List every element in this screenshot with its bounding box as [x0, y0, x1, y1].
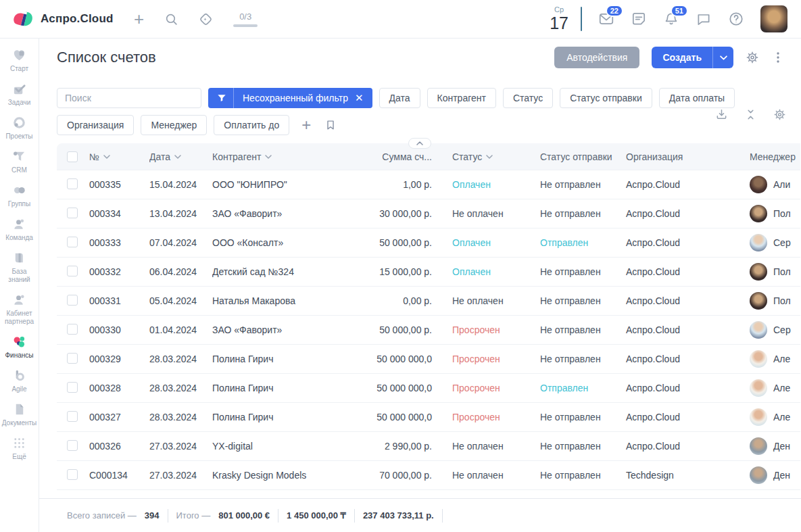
sidebar-item-tasks[interactable]: Задачи — [0, 81, 39, 107]
sidebar-item-finance[interactable]: Финансы — [0, 334, 39, 360]
cell-status: Оплачен — [442, 237, 530, 248]
create-dropdown-chevron-icon[interactable] — [713, 55, 733, 60]
table-row[interactable]: 00033001.04.2024ЗАО «Фаворит»50 000,00 р… — [57, 316, 800, 345]
column-header-date[interactable]: Дата — [149, 151, 212, 162]
search-icon[interactable] — [164, 12, 178, 26]
page-settings-gear-icon[interactable] — [746, 51, 759, 64]
cell-send-status: Не отправлен — [530, 470, 616, 481]
sidebar-item-projects[interactable]: Проекты — [0, 115, 39, 141]
autoactions-button[interactable]: Автодействия — [554, 47, 639, 68]
column-header-organization[interactable]: Организация — [616, 151, 739, 162]
bookmark-icon[interactable] — [324, 119, 337, 131]
export-download-icon[interactable] — [715, 108, 728, 121]
send-status-badge: Не отправлен — [540, 295, 601, 306]
sidebar-item-team[interactable]: Команда — [0, 216, 39, 242]
send-status-badge: Не отправлен — [540, 441, 601, 452]
table-row[interactable]: 00032627.03.2024YX-digital2 990,00 р.Не … — [57, 432, 800, 461]
sidebar-item-knowledge[interactable]: База знаний — [0, 250, 39, 284]
column-header-contragent[interactable]: Контрагент — [212, 151, 341, 162]
table-row[interactable]: 00033515.04.2024ООО "ЮНИПРО"1,00 р.Оплач… — [57, 170, 800, 199]
row-checkbox[interactable] — [67, 440, 78, 451]
table-row[interactable]: 00033206.04.2024Детский сад №32415 000,0… — [57, 258, 800, 287]
more-options-kebab-icon[interactable] — [771, 51, 785, 64]
sort-chevron-icon — [265, 155, 272, 159]
row-checkbox[interactable] — [67, 469, 78, 480]
brand[interactable]: Аспро.Cloud — [0, 10, 122, 28]
sidebar-item-partner[interactable]: Кабинет партнера — [0, 292, 39, 326]
calendar-date[interactable]: Ср 17 — [550, 6, 568, 32]
sidebar-item-start[interactable]: Старт — [0, 47, 39, 73]
cell-contragent: ООО «Консалт» — [212, 237, 341, 248]
cell-send-status: Не отправлен — [530, 208, 616, 219]
filter-chip[interactable]: Дата оплаты — [659, 88, 735, 108]
filter-chip[interactable]: Оплатить до — [214, 115, 289, 135]
cell-status: Просрочен — [442, 412, 530, 422]
cell-organization: Аспро.Cloud — [616, 208, 739, 219]
table-row[interactable]: 00033307.04.2024ООО «Консалт»50 000,00 р… — [57, 228, 800, 258]
sidebar-item-groups[interactable]: Группы — [0, 183, 39, 208]
row-checkbox[interactable] — [67, 382, 78, 393]
column-header-manager[interactable]: Менеджер — [739, 151, 800, 162]
manager-name: Сер — [773, 324, 791, 335]
footer-divider — [278, 509, 278, 523]
user-avatar[interactable] — [760, 5, 787, 32]
mail-icon[interactable]: 22 — [598, 11, 614, 27]
notifications-bell-icon[interactable]: 51 — [663, 11, 679, 27]
column-header-number[interactable]: № — [89, 151, 149, 162]
row-checkbox[interactable] — [67, 295, 78, 306]
page-title: Список счетов — [57, 49, 156, 66]
cell-contragent: YX-digital — [212, 441, 341, 452]
row-checkbox[interactable] — [67, 237, 78, 247]
chat-icon[interactable] — [696, 11, 712, 27]
cell-sum: 50 000 000,0 — [341, 354, 442, 364]
column-header-send-status[interactable]: Статус отправки — [530, 151, 616, 162]
quota-indicator[interactable]: 0/3 — [233, 11, 258, 27]
row-checkbox[interactable] — [67, 353, 78, 364]
achievements-icon[interactable] — [199, 12, 213, 26]
create-button[interactable]: Создать — [652, 47, 733, 68]
docs-icon — [12, 402, 26, 416]
collapse-rows-icon[interactable] — [744, 108, 757, 121]
sidebar-item-agile[interactable]: Agile — [0, 368, 39, 393]
table-row[interactable]: 00032728.03.2024Полина Гирич50 000 000,0… — [57, 403, 800, 432]
sidebar-item-label: Группы — [7, 200, 32, 208]
filter-chip[interactable]: Дата — [379, 88, 420, 108]
table-row[interactable]: C00013427.03.2024Krasky Design Models70 … — [57, 461, 800, 490]
table-row[interactable]: 00033105.04.2024Наталья Макарова0,00 р.Н… — [57, 287, 800, 316]
column-header-sum[interactable]: Сумма сч... — [341, 151, 442, 162]
table-row[interactable]: 00032928.03.2024Полина Гирич50 000 000,0… — [57, 345, 800, 374]
active-filter-pill[interactable]: Несохраненный фильтр ✕ — [208, 88, 372, 108]
filter-chip[interactable]: Статус — [503, 88, 553, 108]
filter-chip[interactable]: Статус отправки — [560, 88, 652, 108]
sidebar-item-label: Проекты — [4, 132, 34, 141]
filter-chip[interactable]: Контрагент — [427, 88, 496, 108]
help-icon[interactable] — [728, 11, 744, 27]
quick-add-button[interactable]: + — [134, 12, 144, 26]
notes-icon[interactable] — [631, 11, 647, 27]
sidebar-item-docs[interactable]: Документы — [0, 402, 39, 427]
footer-divider — [442, 509, 443, 523]
collapse-table-button[interactable] — [408, 138, 431, 149]
sidebar-item-crm[interactable]: CRM — [0, 149, 39, 174]
cell-status: Просрочен — [442, 383, 530, 393]
table-row[interactable]: 00033413.04.2024ЗАО «Фаворит»30 000,00 р… — [57, 199, 800, 228]
cell-sum: 0,00 р. — [341, 295, 442, 306]
table-settings-gear-icon[interactable] — [773, 108, 786, 121]
row-checkbox[interactable] — [67, 266, 78, 276]
row-checkbox[interactable] — [67, 324, 78, 335]
cell-date: 27.03.2024 — [149, 441, 212, 452]
row-checkbox[interactable] — [67, 178, 78, 189]
row-checkbox[interactable] — [67, 411, 78, 422]
sidebar-item-more[interactable]: Ещё — [0, 435, 39, 461]
select-all-checkbox[interactable] — [67, 151, 78, 162]
add-filter-icon[interactable]: + — [301, 118, 311, 132]
cell-organization: Аспро.Cloud — [616, 266, 739, 277]
filter-chip[interactable]: Организация — [57, 115, 134, 135]
column-header-status[interactable]: Статус — [442, 151, 530, 162]
cell-number: 000332 — [89, 266, 149, 277]
remove-filter-icon[interactable]: ✕ — [352, 92, 372, 104]
table-row[interactable]: 00032828.03.2024Полина Гирич50 000 000,0… — [57, 374, 800, 403]
search-input[interactable] — [57, 88, 201, 108]
filter-chip[interactable]: Менеджер — [141, 115, 207, 135]
row-checkbox[interactable] — [67, 208, 78, 218]
